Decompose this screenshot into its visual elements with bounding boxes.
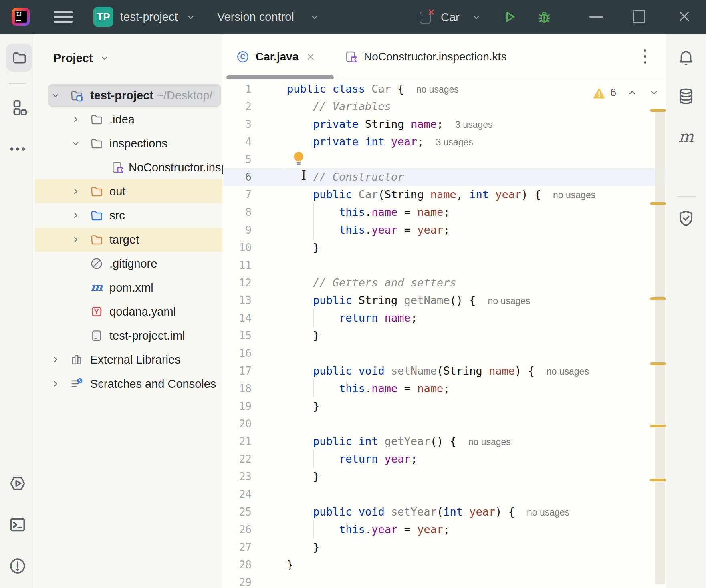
tree-item-src[interactable]: src bbox=[35, 203, 223, 228]
tree-item-pom-xml[interactable]: mpom.xml bbox=[35, 276, 223, 300]
line-number: 26 bbox=[223, 521, 252, 538]
run-config-error-icon: ✕ bbox=[418, 9, 434, 25]
tab-label: NoConstructor.inspection.kts bbox=[364, 50, 506, 63]
project-panel: Project test-project ~/Desktop/.ideainsp… bbox=[35, 34, 223, 588]
database-icon[interactable] bbox=[677, 87, 695, 105]
next-problem-icon[interactable] bbox=[648, 87, 660, 98]
usages-hint[interactable]: no usages bbox=[416, 84, 459, 95]
line-number: 18 bbox=[223, 380, 252, 397]
code-editor[interactable]: 1public class Car {no usages2 // Variabl… bbox=[223, 80, 666, 588]
line-number: 5 bbox=[223, 151, 252, 168]
main-menu-icon[interactable] bbox=[54, 10, 73, 24]
run-button[interactable] bbox=[502, 8, 518, 26]
tree-item--idea[interactable]: .idea bbox=[35, 107, 223, 131]
tab-noconstructor-inspection-kts[interactable]: NoConstructor.inspection.kts bbox=[339, 34, 511, 79]
code-line-8: 8 this.name = name; bbox=[223, 203, 666, 221]
warning-stripe-mark[interactable] bbox=[650, 479, 666, 481]
tree-item-target[interactable]: target bbox=[35, 228, 223, 252]
code-line-20: 20 bbox=[223, 415, 666, 433]
tree-item-external-libraries[interactable]: External Libraries bbox=[35, 348, 223, 372]
tree-item-label: pom.xml bbox=[109, 276, 153, 300]
usages-hint[interactable]: 3 usages bbox=[455, 119, 492, 130]
code-line-14: 14 return name; bbox=[223, 309, 666, 327]
tree-item-label: .gitignore bbox=[109, 252, 157, 276]
code-line-28: 28} bbox=[223, 556, 666, 574]
usages-hint[interactable]: no usages bbox=[488, 296, 530, 306]
tree-item-test-project-iml[interactable]: test-project.iml bbox=[35, 324, 223, 348]
more-tool-windows-icon[interactable] bbox=[8, 140, 27, 158]
project-header-label: Project bbox=[53, 52, 93, 64]
code-line-23: 23 } bbox=[223, 468, 666, 485]
chevron-right-icon[interactable] bbox=[71, 234, 81, 245]
chevron-down-icon[interactable] bbox=[71, 138, 81, 149]
chevron-right-icon[interactable] bbox=[71, 114, 81, 125]
close-tab-icon[interactable] bbox=[305, 52, 316, 62]
window-close-button[interactable] bbox=[677, 9, 692, 24]
version-control-menu[interactable]: Version control bbox=[217, 0, 294, 34]
chevron-down-icon bbox=[309, 12, 320, 22]
run-configuration-selector[interactable]: ✕ Car bbox=[418, 8, 466, 26]
usages-hint[interactable]: 3 usages bbox=[436, 137, 473, 147]
warning-stripe-mark[interactable] bbox=[650, 297, 666, 300]
folder-source-icon bbox=[90, 209, 103, 222]
svg-text:m: m bbox=[678, 128, 694, 146]
warning-icon bbox=[592, 86, 606, 99]
line-number: 1 bbox=[223, 80, 252, 98]
debug-button[interactable] bbox=[536, 8, 552, 26]
problems-icon[interactable] bbox=[8, 557, 27, 575]
tree-item-label: out bbox=[109, 179, 125, 203]
code-line-22: 22 return year; bbox=[223, 450, 666, 468]
usages-hint[interactable]: no usages bbox=[527, 507, 569, 518]
code-line-19: 19 } bbox=[223, 397, 666, 415]
warning-stripe-mark[interactable] bbox=[650, 109, 666, 112]
text-cursor-pointer: I bbox=[301, 168, 311, 182]
tree-item-label: qodana.yaml bbox=[109, 300, 176, 324]
project-tool-window-button[interactable] bbox=[6, 44, 32, 72]
title-bar: IJ TP test-project Version control ✕ Car bbox=[0, 0, 706, 34]
kotlin-script-icon bbox=[344, 50, 358, 64]
tree-item-inspections[interactable]: inspections bbox=[35, 131, 223, 155]
tree-item-out[interactable]: out bbox=[35, 179, 223, 203]
tree-item-qodana-yaml[interactable]: Yqodana.yaml bbox=[35, 300, 223, 324]
chevron-right-icon[interactable] bbox=[50, 354, 61, 365]
structure-icon[interactable] bbox=[8, 98, 27, 117]
project-avatar[interactable]: TP bbox=[93, 7, 113, 27]
services-icon[interactable] bbox=[8, 474, 27, 493]
chevron-down-icon[interactable] bbox=[50, 90, 61, 101]
code-line-11: 11 bbox=[223, 256, 666, 274]
tree-item-noconstructor-inspection-kts[interactable]: NoConstructor.inspection.kts bbox=[35, 155, 223, 179]
tab-car-java[interactable]: C Car.java bbox=[229, 34, 323, 79]
tree-item-test-project[interactable]: test-project ~/Desktop/ bbox=[35, 83, 223, 107]
usages-hint[interactable]: no usages bbox=[468, 437, 511, 447]
warning-stripe-mark[interactable] bbox=[650, 202, 666, 205]
gitignore-icon bbox=[90, 257, 103, 270]
right-tool-strip: m bbox=[666, 34, 706, 588]
chevron-right-icon[interactable] bbox=[71, 186, 81, 197]
chevron-right-icon[interactable] bbox=[71, 210, 81, 221]
window-minimize-button[interactable] bbox=[589, 16, 603, 18]
folder-excluded-icon bbox=[90, 233, 103, 246]
maven-icon[interactable]: m bbox=[677, 128, 695, 147]
usages-hint[interactable]: no usages bbox=[547, 366, 589, 377]
code-line-29: 29 bbox=[223, 574, 666, 588]
terminal-icon[interactable] bbox=[8, 516, 27, 534]
intention-bulb-icon[interactable] bbox=[290, 150, 307, 167]
tree-item-scratches-and-consoles[interactable]: Scratches and Consoles bbox=[35, 372, 223, 396]
editor-scrollbar[interactable] bbox=[655, 109, 665, 584]
window-maximize-button[interactable] bbox=[633, 10, 645, 23]
warning-stripe-mark[interactable] bbox=[650, 425, 666, 427]
tree-item-label: target bbox=[109, 228, 139, 252]
previous-problem-icon[interactable] bbox=[627, 87, 638, 98]
usages-hint[interactable]: no usages bbox=[553, 190, 595, 200]
tree-item--gitignore[interactable]: .gitignore bbox=[35, 252, 223, 276]
chevron-right-icon[interactable] bbox=[50, 379, 61, 389]
inspections-widget[interactable]: 6 bbox=[592, 83, 660, 102]
warning-stripe-mark[interactable] bbox=[650, 362, 666, 365]
notifications-bell-icon[interactable] bbox=[677, 49, 695, 67]
chevron-down-icon[interactable] bbox=[471, 12, 482, 22]
warnings-count[interactable]: 6 bbox=[592, 86, 616, 99]
project-selector[interactable]: test-project bbox=[120, 0, 178, 34]
shield-check-icon[interactable] bbox=[677, 209, 695, 228]
editor-options-icon[interactable] bbox=[638, 47, 652, 67]
project-view-selector[interactable]: Project bbox=[53, 46, 93, 70]
